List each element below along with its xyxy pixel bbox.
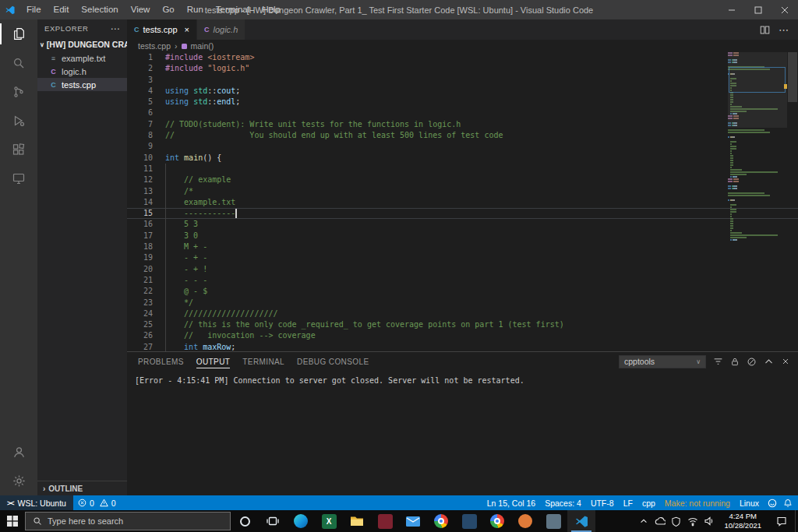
- tray-network-icon[interactable]: [684, 510, 701, 532]
- status-ln-15-col-16[interactable]: Ln 15, Col 16: [482, 495, 540, 510]
- extensions-icon[interactable]: [0, 135, 37, 164]
- taskbar-file-explorer-icon[interactable]: [343, 510, 371, 532]
- minimize-button[interactable]: [719, 0, 745, 19]
- explorer-more-actions-icon[interactable]: ⋯: [110, 23, 120, 34]
- code-line-20[interactable]: 20 - + !: [127, 264, 798, 275]
- outline-section[interactable]: › OUTLINE: [37, 481, 127, 495]
- tab-tests.cpp[interactable]: Ctests.cpp×: [127, 19, 197, 40]
- tray-security-icon[interactable]: [668, 510, 684, 532]
- status-linux[interactable]: Linux: [735, 495, 764, 510]
- code-line-16[interactable]: 16 5 3: [127, 219, 798, 230]
- code-line-21[interactable]: 21 - - -: [127, 275, 798, 286]
- show-desktop-strip[interactable]: [795, 510, 798, 532]
- code-line-24[interactable]: 24 ////////////////////: [127, 308, 798, 319]
- code-line-15[interactable]: 15 -----------: [127, 208, 798, 219]
- folder-section-header[interactable]: ∨ [HW] DUNGEON CRAWLE...: [37, 37, 127, 51]
- breadcrumb-symbol[interactable]: main(): [191, 41, 214, 51]
- status-utf-8[interactable]: UTF-8: [586, 495, 619, 510]
- panel-tab-terminal[interactable]: TERMINAL: [242, 352, 284, 371]
- code-line-5[interactable]: 5using std::endl;: [127, 97, 798, 107]
- taskbar-app-icon-dark-blue[interactable]: [455, 510, 483, 532]
- tab-logic.h[interactable]: Clogic.h: [197, 19, 245, 40]
- taskbar-excel-icon[interactable]: X: [315, 510, 343, 532]
- explorer-icon[interactable]: [0, 19, 37, 48]
- taskbar-app-icon-gray[interactable]: [539, 510, 567, 532]
- code-line-13[interactable]: 13 /*: [127, 186, 798, 197]
- code-line-8[interactable]: 8// You should end up with at least 500 …: [127, 130, 798, 141]
- taskbar-chrome-icon[interactable]: [427, 510, 455, 532]
- output-channel-dropdown[interactable]: cpptools ∨: [619, 355, 706, 368]
- tab-close-icon[interactable]: ×: [185, 25, 189, 34]
- status-make-not-running[interactable]: Make: not running: [660, 495, 735, 510]
- taskbar-vscode-icon[interactable]: [567, 510, 595, 532]
- code-editor[interactable]: 1#include <iostream>2#include "logic.h"3…: [127, 52, 798, 351]
- start-button-icon[interactable]: [0, 510, 25, 532]
- source-control-icon[interactable]: [0, 77, 37, 106]
- code-line-18[interactable]: 18 M + -: [127, 241, 798, 252]
- taskbar-task-view-icon[interactable]: [259, 510, 287, 532]
- code-line-17[interactable]: 17 3 0: [127, 231, 798, 241]
- code-line-12[interactable]: 12 // example: [127, 174, 798, 185]
- code-line-6[interactable]: 6: [127, 107, 798, 118]
- remote-indicator[interactable]: >< WSL: Ubuntu: [0, 495, 73, 510]
- code-line-22[interactable]: 22 @ - $: [127, 286, 798, 297]
- taskbar-edge-icon[interactable]: [287, 510, 315, 532]
- code-line-1[interactable]: 1#include <iostream>: [127, 52, 798, 63]
- menu-selection[interactable]: Selection: [75, 0, 124, 19]
- status-spaces-4[interactable]: Spaces: 4: [540, 495, 586, 510]
- panel-tab-problems[interactable]: PROBLEMS: [138, 352, 184, 371]
- output-console[interactable]: [Error - 4:15:41 PM] Connection to serve…: [127, 371, 798, 495]
- menu-view[interactable]: View: [125, 0, 157, 19]
- feedback-icon[interactable]: [764, 499, 781, 508]
- filter-icon[interactable]: [713, 357, 723, 367]
- settings-gear-icon[interactable]: [0, 467, 37, 495]
- file-item-tests.cpp[interactable]: Ctests.cpp: [37, 78, 127, 91]
- code-line-4[interactable]: 4using std::cout;: [127, 86, 798, 97]
- taskbar-cortana-icon[interactable]: [231, 510, 259, 532]
- taskbar-chrome-icon-2[interactable]: [483, 510, 511, 532]
- lock-icon[interactable]: [730, 357, 740, 367]
- more-actions-icon[interactable]: ⋯: [779, 24, 789, 36]
- panel-tab-debug-console[interactable]: DEBUG CONSOLE: [297, 352, 369, 371]
- close-button[interactable]: [772, 0, 798, 19]
- editor-scrollbar[interactable]: [787, 52, 798, 351]
- code-line-14[interactable]: 14 example.txt: [127, 197, 798, 208]
- scrollbar-thumb[interactable]: [788, 52, 797, 102]
- taskbar-mail-icon[interactable]: [399, 510, 427, 532]
- code-line-27[interactable]: 27 int maxRow;: [127, 342, 798, 351]
- action-center-icon[interactable]: [768, 510, 795, 532]
- menu-go[interactable]: Go: [156, 0, 180, 19]
- split-editor-icon[interactable]: [760, 25, 770, 35]
- clear-output-icon[interactable]: [747, 357, 757, 367]
- code-line-2[interactable]: 2#include "logic.h": [127, 63, 798, 74]
- tray-cloud-icon[interactable]: [651, 510, 668, 532]
- tray-expand-icon[interactable]: [635, 510, 651, 532]
- menu-edit[interactable]: Edit: [48, 0, 76, 19]
- taskbar-clock[interactable]: 4:24 PM 10/28/2021: [717, 512, 768, 530]
- search-icon[interactable]: [0, 48, 37, 77]
- code-line-26[interactable]: 26 // invocation --> coverage: [127, 330, 798, 341]
- status-cpp[interactable]: cpp: [637, 495, 660, 510]
- accounts-icon[interactable]: [0, 438, 37, 467]
- file-item-logic.h[interactable]: Clogic.h: [37, 65, 127, 78]
- taskbar-search-box[interactable]: Type here to search: [25, 512, 231, 530]
- code-line-23[interactable]: 23 */: [127, 298, 798, 308]
- code-line-11[interactable]: 11: [127, 164, 798, 174]
- code-line-9[interactable]: 9: [127, 141, 798, 152]
- code-line-7[interactable]: 7// TODO(student): Write unit tests for …: [127, 119, 798, 130]
- code-line-25[interactable]: 25 // this is the only code _required_ t…: [127, 319, 798, 330]
- problems-status[interactable]: 0 0: [73, 495, 121, 510]
- code-line-19[interactable]: 19 - + -: [127, 252, 798, 263]
- remote-explorer-icon[interactable]: [0, 164, 37, 192]
- breadcrumb-file[interactable]: tests.cpp: [138, 41, 171, 51]
- minimap[interactable]: [728, 52, 787, 351]
- bell-icon[interactable]: [781, 499, 798, 508]
- code-line-3[interactable]: 3: [127, 75, 798, 86]
- panel-tab-output[interactable]: OUTPUT: [196, 352, 231, 371]
- close-panel-icon[interactable]: [781, 357, 790, 366]
- status-lf[interactable]: LF: [619, 495, 637, 510]
- code-line-10[interactable]: 10int main() {: [127, 153, 798, 164]
- run-debug-icon[interactable]: [0, 106, 37, 135]
- taskbar-app-icon-orange[interactable]: [511, 510, 539, 532]
- menu-file[interactable]: File: [20, 0, 48, 19]
